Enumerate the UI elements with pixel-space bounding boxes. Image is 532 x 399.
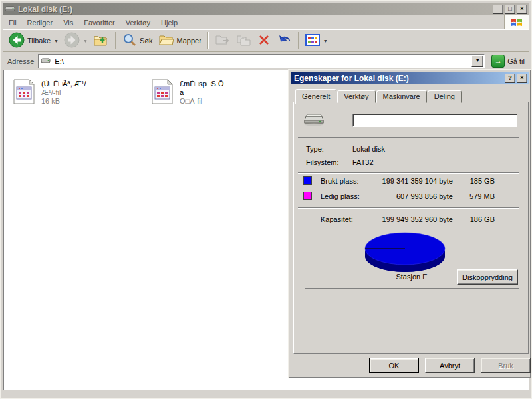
cancel-button[interactable]: Avbryt [425,358,475,373]
go-label: Gå til [507,57,525,65]
drive-icon-large [303,111,325,130]
used-space-bytes: 199 341 359 104 byte [365,177,453,185]
folders-icon [158,33,174,49]
help-button[interactable]: ? [505,74,515,83]
go-arrow-icon: → [491,55,505,68]
back-label: Tilbake [27,37,51,45]
file-size: 16 kB [41,97,86,105]
drive-icon [5,4,15,14]
tab-generelt[interactable]: Generelt [295,89,336,104]
search-label: Søk [140,37,153,45]
address-bar: Adresse ▼ → Gå til [3,53,529,69]
menu-vis[interactable]: Vis [58,17,78,29]
drive-icon-small [41,57,51,66]
file-name-line2: ä [180,88,223,96]
file-tile[interactable]: £mÉ□sp□S.Ö ä Ö□Ä-fil [150,78,277,106]
used-space-label: Brukt plass: [321,177,358,185]
menu-verktoy[interactable]: Verktøy [120,17,156,29]
toolbar-separator [207,32,209,49]
ok-button[interactable]: OK [369,358,419,373]
disk-cleanup-button[interactable]: Diskopprydding [457,269,518,285]
separator [305,288,519,289]
up-button[interactable] [90,31,112,50]
window-title: Lokal disk (E:) [18,5,491,14]
address-combo[interactable]: ▼ [38,54,485,68]
properties-dialog: Egenskaper for Lokal disk (E:) ? × Gener… [288,69,531,378]
separator [298,172,519,174]
windows-logo [504,15,529,29]
menu-favoritter[interactable]: Favoritter [78,17,120,29]
file-icon [12,78,36,106]
free-space-bytes: 607 993 856 byte [365,192,453,200]
separator [298,137,519,138]
file-name: (Ù□Ê□Ãª,.Æ¹/ [41,80,86,88]
menu-fil[interactable]: Fil [3,17,22,29]
views-dropdown-caret[interactable]: ▼ [323,39,328,43]
used-space-swatch [303,176,312,185]
capacity-bytes: 199 949 352 960 byte [365,215,453,223]
capacity-label: Kapasitet: [321,215,353,223]
search-icon [122,33,137,49]
apply-button: Bruk [481,358,531,373]
file-type: Ö□Ä-fil [180,97,223,105]
back-icon [9,32,25,49]
restore-button[interactable]: □ [505,5,515,14]
separator [298,207,519,209]
folder-up-icon [93,33,109,49]
toolbar-separator [115,32,116,49]
type-label: Type: [306,145,324,153]
capacity-size: 186 GB [458,215,495,223]
menu-bar: Fil Rediger Vis Favoritter Verktøy Hjelp [3,15,529,29]
tab-deling[interactable]: Deling [428,90,462,103]
dialog-titlebar[interactable]: Egenskaper for Lokal disk (E:) ? × [291,72,529,84]
forward-dropdown-caret[interactable]: ▼ [83,39,88,43]
back-button[interactable]: Tilbake ▼ [6,31,61,51]
search-button[interactable]: Søk [120,31,156,50]
free-space-swatch [303,192,312,200]
address-input[interactable] [53,55,471,67]
file-icon [150,78,174,106]
folders-label: Mapper [177,37,201,45]
forward-button[interactable]: ▼ [61,31,90,51]
filesystem-label: Filsystem: [306,158,339,166]
tab-strip: Generelt Verktøy Maskinvare Deling [295,89,462,103]
type-value: Lokal disk [352,145,385,153]
free-space-size: 579 MB [458,192,495,200]
back-dropdown-caret[interactable]: ▼ [54,39,59,43]
copy-to-button[interactable] [233,31,255,50]
address-label: Adresse [5,57,38,65]
address-dropdown-button[interactable]: ▼ [471,55,483,67]
undo-icon [276,33,292,49]
delete-button[interactable] [255,32,273,49]
move-to-icon [215,33,231,49]
toolbar: Tilbake ▼ ▼ [3,29,529,52]
toolbar-separator [298,32,299,49]
folders-button[interactable]: Mapper [156,31,204,50]
pie-chart-label: Stasjon E [382,273,442,281]
minimize-button[interactable]: _ [493,5,503,14]
forward-icon [64,32,80,49]
dialog-close-button[interactable]: × [517,74,527,83]
filesystem-value: FAT32 [352,158,374,166]
close-button[interactable]: × [517,5,527,14]
explorer-window: Lokal disk (E:) _ □ × Fil Rediger Vis Fa… [0,0,532,399]
free-space-label: Ledig plass: [321,192,360,200]
window-titlebar[interactable]: Lokal disk (E:) _ □ × [3,3,529,15]
dialog-title: Egenskaper for Lokal disk (E:) [294,74,503,83]
move-to-button[interactable] [212,31,233,50]
menu-rediger[interactable]: Rediger [22,17,59,29]
file-name: £mÉ□sp□S.Ö [180,80,223,88]
volume-label-input[interactable] [352,114,517,127]
disk-usage-pie-chart [361,227,449,275]
views-icon [305,34,320,47]
file-type: Æ¹/-fil [41,88,86,96]
views-button[interactable]: ▼ [303,33,331,49]
used-space-size: 185 GB [458,177,495,185]
tab-verktoy[interactable]: Verktøy [337,90,375,103]
tab-maskinvare[interactable]: Maskinvare [376,90,427,103]
go-button[interactable]: → Gå til [489,55,527,68]
file-tile[interactable]: (Ù□Ê□Ãª,.Æ¹/ Æ¹/-fil 16 kB [12,78,138,106]
undo-button[interactable] [273,31,295,50]
menu-hjelp[interactable]: Hjelp [156,17,183,29]
delete-icon [257,33,271,48]
